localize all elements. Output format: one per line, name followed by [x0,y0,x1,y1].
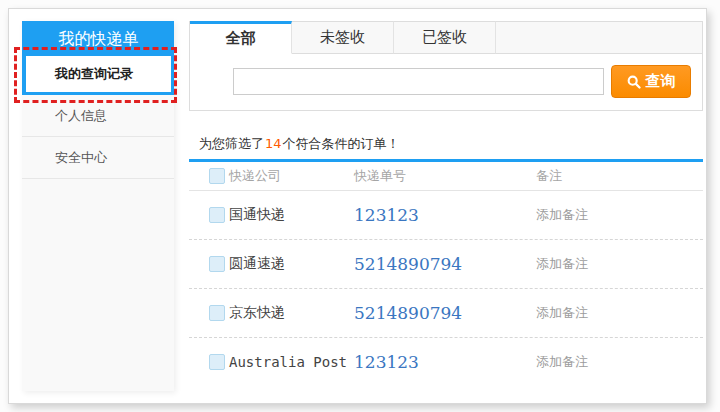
add-note-link[interactable]: 添加备注 [536,255,703,273]
search-button-label: 查询 [646,72,676,91]
add-note-link[interactable]: 添加备注 [536,353,703,371]
header-note: 备注 [536,167,703,185]
table-row: 京东快递 5214890794 添加备注 [189,289,703,338]
company-name: Australia Post [229,354,354,370]
sidebar-item-0[interactable]: 个人信息 [22,95,174,137]
row-checkbox[interactable] [209,207,225,223]
filter-notice: 为您筛选了14个符合条件的订单！ [189,135,703,153]
tab[interactable]: 全部 [190,21,292,54]
tracking-number-link[interactable]: 123123 [354,352,536,372]
row-checkbox[interactable] [209,305,225,321]
add-note-link[interactable]: 添加备注 [536,304,703,322]
header-company: 快递公司 [229,167,354,185]
search-button[interactable]: 查询 [611,65,691,98]
row-checkbox[interactable] [209,354,225,370]
sidebar-item-my-query-records[interactable]: 我的查询记录 [26,56,171,92]
tab[interactable]: 未签收 [292,21,394,54]
company-name: 京东快递 [229,304,354,322]
main-content: 全部未签收已签收 查询 为您筛选了14个符合条件的订单！ 快递公司 [189,21,703,386]
tracking-number-link[interactable]: 123123 [354,205,536,225]
panel-card: 我的快递单 我的查询记录 个人信息安全中心 全部未签收已签收 查询 [8,8,707,404]
company-name: 圆通速递 [229,255,354,273]
company-name: 国通快递 [229,206,354,224]
row-checkbox[interactable] [209,256,225,272]
tracking-number-link[interactable]: 5214890794 [354,303,536,323]
table-row: 国通快递 123123 添加备注 [189,191,703,240]
notice-suffix: 个符合条件的订单！ [283,136,400,151]
notice-prefix: 为您筛选了 [199,136,264,151]
sidebar: 我的快递单 我的查询记录 个人信息安全中心 [22,21,174,391]
tab-bar-filler [496,21,702,54]
table-header-row: 快递公司 快递单号 备注 [189,162,703,191]
search-row: 查询 [190,54,702,110]
notice-count: 14 [264,136,283,151]
sidebar-items: 个人信息安全中心 [22,95,174,179]
filter-box: 全部未签收已签收 查询 [189,21,703,111]
sidebar-title: 我的快递单 [26,21,171,56]
table-row: Australia Post 123123 添加备注 [189,338,703,386]
table-row: 圆通速递 5214890794 添加备注 [189,240,703,289]
sidebar-item-1[interactable]: 安全中心 [22,137,174,179]
search-input[interactable] [233,68,604,95]
orders-table: 快递公司 快递单号 备注 国通快递 123123 添加备注 圆通速递 52148… [189,162,703,386]
add-note-link[interactable]: 添加备注 [536,206,703,224]
search-icon [627,75,641,89]
header-tracking-no: 快递单号 [354,167,536,185]
select-all-checkbox[interactable] [209,168,225,184]
sidebar-header-block: 我的快递单 我的查询记录 [22,21,174,95]
tabs: 全部未签收已签收 [190,21,702,54]
tracking-number-link[interactable]: 5214890794 [354,254,536,274]
tab[interactable]: 已签收 [394,21,496,54]
